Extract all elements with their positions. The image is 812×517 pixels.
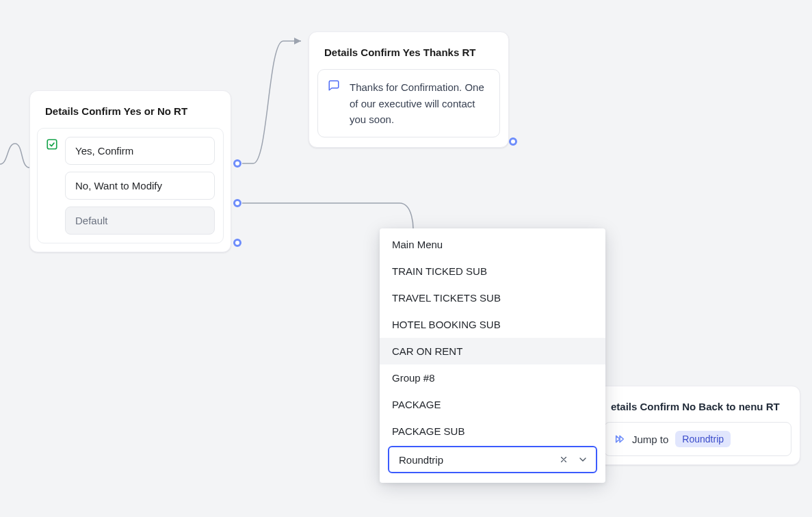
svg-marker-0 [294,38,301,44]
option-yes-confirm[interactable]: Yes, Confirm [65,137,215,165]
dropdown-option[interactable]: Main Menu [380,231,605,258]
thanks-message: Thanks for Confirmation. One of our exec… [350,81,484,125]
jump-target-tag: Roundtrip [675,431,731,447]
svg-marker-3 [620,436,623,442]
checkbox-icon [46,138,58,150]
dropdown-option[interactable]: TRAVEL TICKETS SUB [380,284,605,311]
port-no[interactable] [233,199,241,207]
dropdown-option[interactable]: PACKAGE SUB [380,418,605,443]
port-default[interactable] [233,239,241,247]
dropdown-option[interactable]: Group #8 [380,364,605,391]
target-select-popover[interactable]: Main Menu TRAIN TICKED SUB TRAVEL TICKET… [380,228,605,483]
fast-forward-icon [614,434,625,445]
port-thanks[interactable] [509,137,517,146]
decision-body: Yes, Confirm No, Want to Modify Default [37,128,224,243]
node-title: etails Confirm No Back to nenu RT [596,386,800,422]
flow-canvas[interactable]: Details Confirm Yes or No RT Yes, Confir… [0,0,812,517]
port-yes[interactable] [233,159,241,168]
node-no-back[interactable]: etails Confirm No Back to nenu RT Jump t… [595,386,800,465]
option-default[interactable]: Default [65,207,215,235]
dropdown-option[interactable]: PACKAGE [380,391,605,418]
dropdown-search-input[interactable] [397,453,552,466]
chevron-down-icon[interactable] [575,452,590,467]
clear-icon[interactable] [556,452,571,467]
node-thanks[interactable]: Details Confirm Yes Thanks RT Thanks for… [309,31,509,148]
option-no-modify[interactable]: No, Want to Modify [65,172,215,200]
node-title: Details Confirm Yes or No RT [30,91,231,128]
node-title: Details Confirm Yes Thanks RT [309,32,508,69]
jump-label: Jump to [632,434,668,445]
dropdown-option[interactable]: HOTEL BOOKING SUB [380,311,605,338]
jump-to-action[interactable]: Jump to Roundtrip [604,422,791,456]
dropdown-option[interactable]: CAR ON RENT [380,338,605,364]
message-icon [328,79,340,92]
node-details-confirm[interactable]: Details Confirm Yes or No RT Yes, Confir… [29,90,231,252]
svg-rect-1 [47,140,57,150]
dropdown-list[interactable]: Main Menu TRAIN TICKED SUB TRAVEL TICKET… [380,228,605,443]
dropdown-option[interactable]: TRAIN TICKED SUB [380,258,605,284]
dropdown-input-wrap[interactable] [388,446,597,473]
thanks-body: Thanks for Confirmation. One of our exec… [317,69,500,137]
